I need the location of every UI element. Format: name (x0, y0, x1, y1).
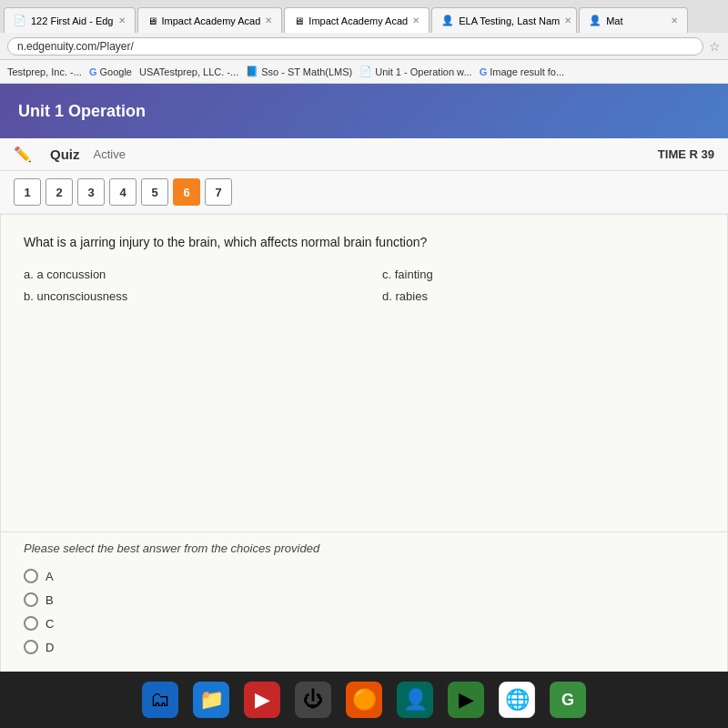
tab-1-label: 122 First Aid - Edg (31, 15, 114, 26)
answer-d-letter: d. (382, 289, 395, 303)
answer-d: d. rabies (382, 288, 704, 305)
page-header-title: Unit 1 Operation (18, 102, 146, 121)
tab-5[interactable]: 👤 Mat ✕ (579, 7, 688, 33)
taskbar-folder-icon[interactable]: 📁 (193, 682, 229, 718)
question-num-6[interactable]: 6 (173, 178, 200, 206)
question-text: What is a jarring injury to the brain, w… (24, 233, 704, 252)
taskbar-teal-icon[interactable]: 👤 (397, 682, 433, 718)
bookmark-testprep-label: Testprep, Inc. -... (7, 66, 82, 77)
tab-5-icon: 👤 (589, 15, 602, 26)
tab-5-close[interactable]: ✕ (671, 15, 678, 25)
tab-2-close[interactable]: ✕ (265, 15, 272, 25)
question-num-2[interactable]: 2 (46, 178, 73, 206)
quiz-header: ✏️ Quiz Active TIME R 39 (0, 138, 728, 171)
radio-circle-d[interactable] (24, 640, 38, 654)
answer-b-text: unconsciousness (36, 289, 127, 303)
radio-circle-a[interactable] (24, 569, 38, 583)
radio-option-c[interactable]: C (24, 616, 704, 631)
tab-4-close[interactable]: ✕ (564, 15, 571, 25)
bookmark-star-icon[interactable]: ☆ (709, 39, 721, 54)
bookmark-usatestprep-label: USATestprep, LLC. -... (139, 66, 238, 77)
bookmark-image[interactable]: G Image result fo... (480, 66, 565, 77)
tab-3[interactable]: 🖥 Impact Academy Acad ✕ (284, 7, 430, 33)
taskbar-power-icon[interactable]: ⏻ (295, 682, 331, 718)
taskbar-g-icon[interactable]: G (550, 682, 586, 718)
tab-1-close[interactable]: ✕ (118, 15, 126, 25)
quiz-container: ✏️ Quiz Active TIME R 39 1 2 3 4 5 6 7 W… (0, 138, 728, 723)
answer-options: a. a concussion c. fainting b. unconscio… (24, 266, 704, 305)
answer-c: c. fainting (382, 266, 704, 283)
tab-3-close[interactable]: ✕ (412, 15, 420, 25)
pencil-icon: ✏️ (14, 146, 32, 163)
bookmark-sso-label: Sso - ST Math(LMS) (261, 66, 352, 77)
answer-c-text: fainting (395, 268, 433, 281)
bookmark-sso[interactable]: 📘 Sso - ST Math(LMS) (246, 66, 352, 77)
tab-2-label: Impact Academy Acad (162, 15, 261, 26)
radio-label-d: D (46, 641, 54, 654)
sso-icon: 📘 (246, 66, 258, 77)
tab-2[interactable]: 🖥 Impact Academy Acad ✕ (137, 7, 283, 33)
radio-option-a[interactable]: A (24, 569, 704, 583)
answer-a-text: a concussion (36, 268, 106, 281)
taskbar-orange-icon[interactable]: 🟠 (346, 682, 382, 718)
bookmark-testprep[interactable]: Testprep, Inc. -... (7, 66, 82, 77)
address-bar: ☆ (0, 33, 728, 60)
radio-option-b[interactable]: B (24, 592, 704, 607)
radio-label-c: C (46, 617, 54, 631)
time-remaining-label: TIME R 39 (658, 147, 714, 161)
bookmark-google-label: Google (99, 66, 131, 77)
select-prompt: Please select the best answer from the c… (24, 541, 704, 555)
bookmark-google[interactable]: G Google (89, 66, 132, 77)
google-icon: G (89, 66, 97, 77)
bookmark-usatestprep[interactable]: USATestprep, LLC. -... (139, 66, 238, 77)
browser-tabs: 📄 122 First Aid - Edg ✕ 🖥 Impact Academy… (0, 0, 728, 33)
answer-b-letter: b. (24, 289, 36, 303)
tab-3-label: Impact Academy Acad (308, 15, 408, 26)
tab-5-label: Mat (606, 15, 622, 26)
google2-icon: G (480, 66, 488, 77)
question-area: What is a jarring injury to the brain, w… (0, 214, 728, 532)
quiz-label: Quiz (50, 147, 80, 162)
question-num-5[interactable]: 5 (141, 178, 168, 206)
answer-d-text: rabies (395, 289, 427, 303)
tab-4-icon: 👤 (441, 15, 454, 26)
question-num-7[interactable]: 7 (205, 178, 232, 206)
taskbar-play-icon[interactable]: ▶ (448, 682, 484, 718)
tab-1-icon: 📄 (14, 15, 26, 26)
bookmarks-bar: Testprep, Inc. -... G Google USATestprep… (0, 60, 728, 84)
answer-c-letter: c. (382, 268, 395, 281)
radio-option-d[interactable]: D (24, 640, 704, 654)
tab-4[interactable]: 👤 ELA Testing, Last Nam ✕ (431, 7, 577, 33)
radio-label-b: B (46, 593, 54, 607)
radio-label-a: A (46, 570, 54, 583)
bookmark-unit1-label: Unit 1 - Operation w... (375, 66, 471, 77)
bookmark-image-label: Image result fo... (490, 66, 564, 77)
page-header: Unit 1 Operation (0, 84, 728, 138)
interaction-area: Please select the best answer from the c… (0, 532, 728, 673)
question-num-4[interactable]: 4 (109, 178, 136, 206)
bookmark-unit1[interactable]: 📄 Unit 1 - Operation w... (359, 66, 471, 77)
question-numbers: 1 2 3 4 5 6 7 (0, 171, 728, 214)
taskbar: 🗂 📁 ▶ ⏻ 🟠 👤 ▶ 🌐 G (0, 672, 728, 728)
taskbar-chrome-icon[interactable]: 🌐 (499, 682, 535, 718)
unit1-icon: 📄 (359, 66, 372, 77)
tab-4-label: ELA Testing, Last Nam (459, 15, 560, 26)
radio-options: A B C D (24, 569, 704, 654)
question-num-1[interactable]: 1 (14, 178, 41, 206)
question-num-3[interactable]: 3 (77, 178, 105, 206)
taskbar-files-icon[interactable]: 🗂 (142, 682, 178, 718)
radio-circle-b[interactable] (24, 592, 38, 607)
address-input[interactable] (7, 37, 703, 56)
answer-a-letter: a. (24, 268, 36, 281)
answer-b: b. unconsciousness (24, 288, 346, 305)
tab-3-icon: 🖥 (294, 15, 304, 26)
answer-a: a. a concussion (24, 266, 346, 283)
tab-1[interactable]: 📄 122 First Aid - Edg ✕ (4, 7, 136, 33)
taskbar-youtube-icon[interactable]: ▶ (244, 682, 280, 718)
radio-circle-c[interactable] (24, 616, 38, 631)
tab-2-icon: 🖥 (147, 15, 157, 26)
quiz-status: Active (94, 147, 126, 161)
